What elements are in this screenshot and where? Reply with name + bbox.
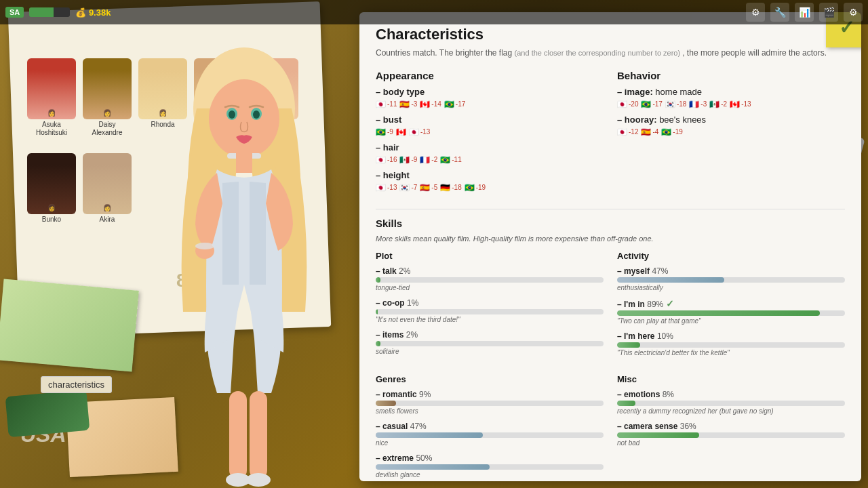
image-flags: 🇯🇵-20 🇧🇷-17 🇰🇷-18 🇫🇷-3 🇲🇽-2 🇨🇦-13	[617, 100, 845, 109]
bust-flags: 🇧🇷-9 🇨🇦 🇯🇵-13	[376, 127, 604, 137]
actor-thumb-1[interactable]: 👩 AsukaHoshitsuki	[27, 58, 76, 137]
flag-br-img: 🇧🇷-17	[641, 100, 662, 109]
plot-title: Plot	[376, 251, 604, 261]
flag-br-bt: 🇧🇷-17	[444, 100, 465, 109]
skills-grid: Plot – talk 2% tongue-tied – co-op 1% "I…	[376, 251, 845, 363]
hair-flags: 🇯🇵-16 🇲🇽-9 🇫🇷-2 🇧🇷-11	[376, 155, 604, 165]
svg-rect-11	[250, 391, 267, 479]
icon-film[interactable]: 🎬	[819, 3, 838, 22]
bust-label: – bust	[376, 115, 604, 125]
skill-romantic-quote: smells flowers	[376, 407, 604, 415]
trait-image: – image: home made 🇯🇵-20 🇧🇷-17 🇰🇷-18 🇫🇷-…	[617, 87, 845, 109]
skill-imhere-name: – I'm here 10%	[617, 331, 845, 341]
subtitle-main: Countries match. The brighter the flag	[376, 48, 515, 58]
actor-img-7: 👩	[83, 153, 132, 214]
skills-title: Skills	[376, 218, 845, 229]
main-character	[149, 27, 353, 488]
skill-myself-quote: enthusiastically	[617, 284, 845, 291]
panel-title: Characteristics	[376, 26, 845, 43]
skill-myself-bar	[617, 277, 724, 283]
flag-br-hr: 🇧🇷-19	[661, 127, 682, 137]
height-label: – height	[376, 170, 604, 180]
flag-jp-hr: 🇯🇵-12	[617, 127, 638, 137]
flag-es-hr: 🇪🇸-4	[641, 127, 658, 137]
skill-coop: – co-op 1% "It's not even the third date…	[376, 298, 604, 323]
skill-emotions-bar-wrap	[617, 401, 845, 406]
flag-ca-img: 🇨🇦-13	[730, 100, 751, 109]
skill-myself-name: – myself 47%	[617, 266, 845, 276]
actor-img-1: 👩	[27, 58, 76, 119]
svg-point-4	[229, 110, 235, 119]
skill-imin-quote: "Two can play at that game"	[617, 317, 845, 325]
skill-items: – items 2% solitaire	[376, 330, 604, 355]
skill-camera-bar-wrap	[617, 432, 845, 438]
flag-es-h: 🇪🇸-5	[420, 183, 437, 192]
misc-col: Misc – emotions 8% recently a dummy reco…	[617, 374, 845, 481]
actor-thumb-7[interactable]: 👩 Akira	[83, 153, 132, 224]
behavior-col: Behavior – image: home made 🇯🇵-20 🇧🇷-17 …	[617, 70, 845, 198]
svg-point-1	[209, 79, 279, 158]
skill-camera-quote: not bad	[617, 439, 845, 447]
skill-imhere-quote: "This electrician'd better fix the kettl…	[617, 349, 845, 357]
health-bar	[29, 7, 70, 17]
skill-camera-bar	[617, 432, 699, 438]
skill-coop-quote: "It's not even the third date!"	[376, 316, 604, 323]
actor-name-2: DaisyAlexandre	[92, 121, 122, 137]
characteristics-label: characteristics	[41, 376, 112, 393]
subtitle-small: (and the closer the corresponding number…	[515, 49, 683, 57]
body-type-label: – body type	[376, 87, 604, 97]
skill-items-quote: solitaire	[376, 348, 604, 355]
skill-imhere-bar-wrap	[617, 342, 845, 348]
icon-settings[interactable]: ⚙	[746, 3, 765, 22]
divider-1	[376, 209, 845, 209]
flag-br-h: 🇧🇷-19	[465, 183, 486, 192]
skill-myself-bar-wrap	[617, 277, 845, 283]
hooray-label: – hooray: bee's knees	[617, 115, 845, 125]
skill-casual-name: – casual 47%	[376, 422, 604, 431]
skill-emotions-quote: recently a dummy recognized her (but gav…	[617, 407, 845, 415]
skill-items-bar	[376, 341, 380, 346]
flag-jp-bust: 🇯🇵-13	[409, 127, 430, 137]
flag-es-bt: 🇪🇸-3	[399, 100, 417, 109]
flag-fr-img: 🇫🇷-3	[689, 100, 707, 109]
actor-thumb-6[interactable]: 👩 Bunko	[27, 153, 76, 224]
image-label: – image: home made	[617, 87, 845, 97]
hair-label: – hair	[376, 142, 604, 152]
skill-romantic-bar	[376, 401, 396, 406]
flag-mx-hair: 🇲🇽-9	[399, 155, 417, 165]
flag-ca-bt: 🇨🇦-14	[420, 100, 441, 109]
skill-talk-bar-wrap	[376, 277, 604, 283]
info-panel: ✓ Characteristics Countries match. The b…	[359, 12, 861, 481]
skill-extreme-bar-wrap	[376, 464, 604, 470]
skill-romantic-bar-wrap	[376, 401, 604, 406]
svg-point-5	[253, 110, 260, 119]
skill-imhere-bar	[617, 342, 640, 348]
icon-stats[interactable]: 📊	[795, 3, 814, 22]
flag-kr-img: 🇰🇷-18	[665, 100, 686, 109]
flag-jp-bt: 🇯🇵-11	[376, 100, 397, 109]
activity-title: Activity	[617, 251, 845, 261]
skill-camera: – camera sense 36% not bad	[617, 422, 845, 447]
trait-height: – height 🇯🇵-13 🇰🇷-7 🇪🇸-5 🇩🇪-18 🇧🇷-19	[376, 170, 604, 192]
hooray-flags: 🇯🇵-12 🇪🇸-4 🇧🇷-19	[617, 127, 845, 137]
actor-thumb-2[interactable]: 👩 DaisyAlexandre	[83, 58, 132, 137]
actor-name-7: Akira	[100, 216, 115, 224]
skill-romantic-name: – romantic 9%	[376, 390, 604, 399]
body-type-flags: 🇯🇵-11 🇪🇸-3 🇨🇦-14 🇧🇷-17	[376, 100, 604, 109]
skill-casual-bar	[376, 432, 483, 438]
genres-misc-grid: Genres – romantic 9% smells flowers – ca…	[376, 374, 845, 481]
panel-subtitle: Countries match. The brighter the flag (…	[376, 47, 845, 59]
money-display: 💰 9.38k	[75, 7, 111, 18]
flag-jp-img: 🇯🇵-20	[617, 100, 638, 109]
activity-col: Activity – myself 47% enthusiastically –…	[617, 251, 845, 363]
skill-romantic: – romantic 9% smells flowers	[376, 390, 604, 415]
skill-camera-name: – camera sense 36%	[617, 422, 845, 431]
lighter	[5, 390, 90, 437]
actor-img-6: 👩	[27, 153, 76, 214]
actor-img-2: 👩	[83, 58, 132, 119]
icon-tool[interactable]: 🔧	[770, 3, 789, 22]
skills-desc: More skills mean quality film. High-qual…	[376, 235, 845, 243]
skill-emotions: – emotions 8% recently a dummy recognize…	[617, 390, 845, 415]
icon-settings2[interactable]: ⚙	[844, 3, 863, 22]
skill-emotions-bar	[617, 401, 635, 406]
